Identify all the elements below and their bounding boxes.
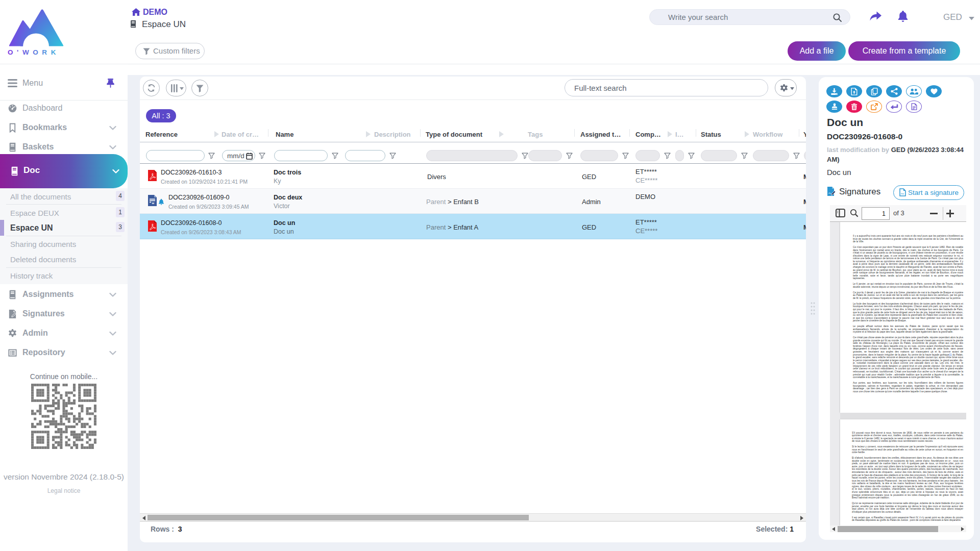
svg-text:w: w <box>152 202 155 205</box>
svg-text:O'WORK: O'WORK <box>8 48 60 56</box>
